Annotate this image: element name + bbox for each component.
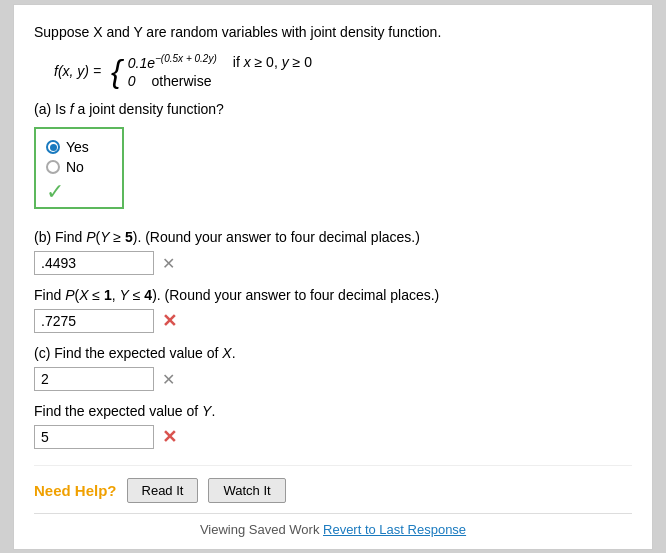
part-c-input-row-2: ✕ <box>34 425 632 449</box>
radio-group: Yes No ✓ <box>34 127 124 209</box>
radio-option-yes[interactable]: Yes <box>46 139 108 155</box>
part-a-text: (a) Is f a joint density function? <box>34 101 224 117</box>
part-b-question2: Find P(X ≤ 1, Y ≤ 4). (Round your answer… <box>34 287 632 303</box>
watch-it-button[interactable]: Watch It <box>208 478 285 503</box>
part-c-answer2-input[interactable] <box>34 425 154 449</box>
part-c-answer1-input[interactable] <box>34 367 154 391</box>
radio-circle-no <box>46 160 60 174</box>
part-b-answer1-input[interactable] <box>34 251 154 275</box>
part-b-text1: (b) Find P(Y ≥ 5). (Round your answer to… <box>34 229 420 245</box>
brace-cases: { 0.1e−(0.5x + 0.2y) if x ≥ 0, y ≥ 0 0 o… <box>111 53 312 89</box>
cases-lines: 0.1e−(0.5x + 0.2y) if x ≥ 0, y ≥ 0 0 oth… <box>128 53 312 89</box>
footer-text: Viewing Saved Work <box>200 522 319 537</box>
part-b-input-row-2: ✕ <box>34 309 632 333</box>
clear-icon-c1[interactable]: ✕ <box>162 370 175 389</box>
need-help-row: Need Help? Read It Watch It <box>34 465 632 503</box>
part-b-input-row-1: ✕ <box>34 251 632 275</box>
read-it-button[interactable]: Read It <box>127 478 199 503</box>
part-c-question2: Find the expected value of Y. <box>34 403 632 419</box>
case2-expr: 0 <box>128 73 136 89</box>
part-b-answer2-input[interactable] <box>34 309 154 333</box>
part-c-input-row-1: ✕ <box>34 367 632 391</box>
radio-label-no: No <box>66 159 84 175</box>
case1-expr: 0.1e−(0.5x + 0.2y) <box>128 53 217 71</box>
clear-icon-b1[interactable]: ✕ <box>162 254 175 273</box>
main-container: Suppose X and Y are random variables wit… <box>13 4 653 550</box>
wrong-icon-b2: ✕ <box>162 310 177 332</box>
part-b-text2: Find P(X ≤ 1, Y ≤ 4). (Round your answer… <box>34 287 439 303</box>
formula-label: f(x, y) = <box>54 63 101 79</box>
case2-cond: otherwise <box>152 73 212 89</box>
part-c-text1: (c) Find the expected value of X. <box>34 345 236 361</box>
radio-label-yes: Yes <box>66 139 89 155</box>
revert-link[interactable]: Revert to Last Response <box>323 522 466 537</box>
part-c-question1: (c) Find the expected value of X. <box>34 345 632 361</box>
radio-dot-yes <box>50 144 57 151</box>
wrong-icon-c2: ✕ <box>162 426 177 448</box>
case-line-1: 0.1e−(0.5x + 0.2y) if x ≥ 0, y ≥ 0 <box>128 53 312 71</box>
footer: Viewing Saved Work Revert to Last Respon… <box>34 513 632 537</box>
need-help-label: Need Help? <box>34 482 117 499</box>
problem-intro: Suppose X and Y are random variables wit… <box>34 21 632 43</box>
radio-circle-yes <box>46 140 60 154</box>
part-a-question: (a) Is f a joint density function? <box>34 101 632 117</box>
part-c-text2: Find the expected value of Y. <box>34 403 215 419</box>
part-b-question1: (b) Find P(Y ≥ 5). (Round your answer to… <box>34 229 632 245</box>
checkmark-icon: ✓ <box>46 179 64 205</box>
intro-text: Suppose X and Y are random variables wit… <box>34 24 441 40</box>
formula-block: f(x, y) = { 0.1e−(0.5x + 0.2y) if x ≥ 0,… <box>54 53 632 89</box>
case1-cond: if x ≥ 0, y ≥ 0 <box>233 54 312 70</box>
case-line-2: 0 otherwise <box>128 73 312 89</box>
radio-option-no[interactable]: No <box>46 159 108 175</box>
brace-symbol: { <box>111 55 122 87</box>
